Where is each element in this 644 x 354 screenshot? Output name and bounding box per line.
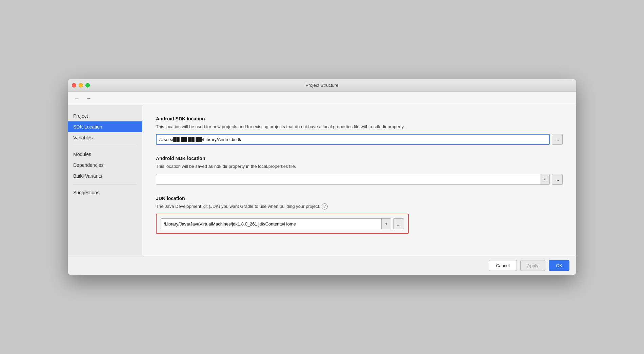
forward-button[interactable]: → (84, 95, 94, 102)
footer: Cancel Apply OK (68, 256, 576, 275)
sidebar-section-3: Suggestions (68, 187, 142, 198)
android-ndk-title: Android NDK location (156, 156, 563, 161)
jdk-input-highlight-box: ▾ ... (156, 214, 409, 234)
jdk-help-icon[interactable]: ? (322, 203, 328, 210)
android-sdk-description: This location will be used for new proje… (156, 123, 563, 130)
sidebar: Project SDK Location Variables Modules D… (68, 105, 142, 256)
content-area: Project SDK Location Variables Modules D… (68, 105, 576, 256)
android-sdk-input[interactable] (156, 134, 550, 145)
android-ndk-input-row: ▾ ... (156, 174, 563, 185)
project-structure-window: Project Structure ← → Project SDK Locati… (68, 79, 576, 275)
android-sdk-title: Android SDK location (156, 116, 563, 121)
jdk-input[interactable] (161, 219, 381, 229)
minimize-button[interactable] (79, 83, 83, 87)
android-ndk-description: This location will be saved as ndk.dir p… (156, 163, 563, 170)
jdk-browse-button[interactable]: ... (393, 218, 404, 229)
sidebar-item-variables[interactable]: Variables (68, 132, 142, 143)
window-body: ← → Project SDK Location Variables Modul… (68, 92, 576, 275)
titlebar-buttons (72, 83, 90, 87)
android-sdk-browse-button[interactable]: ... (552, 134, 563, 145)
jdk-dropdown-button[interactable]: ▾ (381, 219, 391, 229)
android-ndk-section: Android NDK location This location will … (156, 156, 563, 185)
titlebar: Project Structure (68, 79, 576, 92)
android-sdk-section: Android SDK location This location will … (156, 116, 563, 145)
android-ndk-input[interactable] (156, 174, 540, 184)
jdk-desc-row: The Java Development Kit (JDK) you want … (156, 203, 563, 210)
maximize-button[interactable] (85, 83, 90, 87)
android-sdk-input-row: ... (156, 134, 563, 145)
sidebar-item-project[interactable]: Project (68, 111, 142, 121)
sidebar-item-suggestions[interactable]: Suggestions (68, 187, 142, 198)
apply-button[interactable]: Apply (520, 260, 546, 271)
back-button[interactable]: ← (72, 95, 81, 102)
sidebar-item-modules[interactable]: Modules (68, 149, 142, 160)
jdk-description: The Java Development Kit (JDK) you want … (156, 203, 320, 210)
android-ndk-browse-button[interactable]: ... (552, 174, 563, 185)
jdk-select-wrapper: ▾ (161, 218, 391, 229)
sidebar-divider-2 (73, 184, 137, 184)
sidebar-item-dependencies[interactable]: Dependencies (68, 160, 142, 171)
sidebar-section-1: Project SDK Location Variables (68, 111, 142, 143)
ok-button[interactable]: OK (549, 260, 569, 271)
sidebar-divider-1 (73, 146, 137, 146)
main-content: Android SDK location This location will … (142, 105, 576, 256)
android-ndk-select-wrapper: ▾ (156, 174, 550, 185)
sidebar-section-2: Modules Dependencies Build Variants (68, 149, 142, 181)
jdk-title: JDK location (156, 196, 563, 201)
window-title: Project Structure (306, 83, 339, 88)
close-button[interactable] (72, 83, 76, 87)
sidebar-item-build-variants[interactable]: Build Variants (68, 171, 142, 181)
jdk-section: JDK location The Java Development Kit (J… (156, 196, 563, 234)
sidebar-item-sdk-location[interactable]: SDK Location (68, 121, 142, 132)
nav-arrows-bar: ← → (68, 92, 576, 105)
android-ndk-dropdown-button[interactable]: ▾ (540, 174, 549, 184)
cancel-button[interactable]: Cancel (489, 260, 517, 271)
